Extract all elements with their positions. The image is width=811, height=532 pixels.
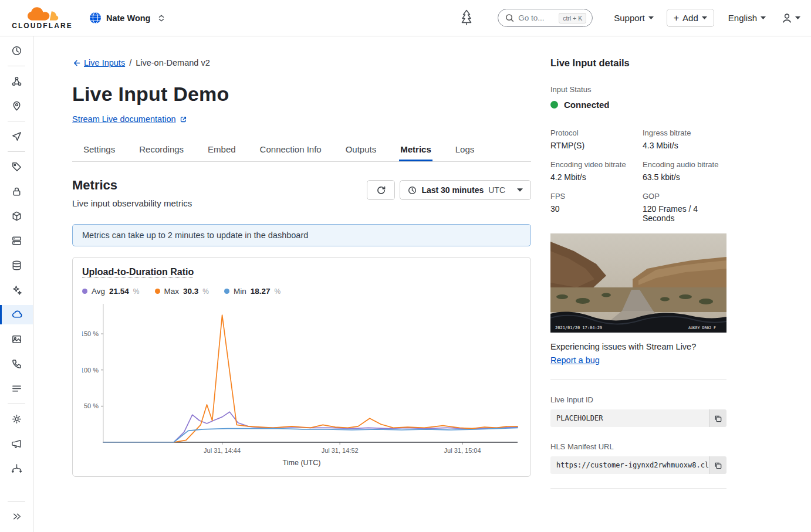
language-label: English	[728, 13, 757, 23]
legend-name: Max	[164, 287, 180, 296]
back-to-live-inputs-link[interactable]: Live Inputs	[72, 58, 125, 67]
cloudflare-logo[interactable]: CLOUDFLARE	[9, 6, 75, 30]
legend-dot-max	[155, 289, 160, 294]
field-label: FPS	[550, 192, 634, 201]
tab-recordings[interactable]: Recordings	[138, 138, 185, 161]
field-value: RTMP(S)	[550, 141, 634, 150]
location-pin-icon[interactable]	[7, 96, 26, 116]
network-icon[interactable]	[7, 72, 26, 91]
queues-icon[interactable]	[7, 379, 26, 398]
page-title: Live Input Demo	[72, 83, 531, 106]
field-value: 63.5 kbit/s	[643, 172, 726, 182]
chart-title: Upload-to-Duration Ratio	[82, 267, 194, 277]
lock-icon[interactable]	[7, 182, 26, 201]
refresh-button[interactable]	[367, 180, 395, 200]
meta-field: FPS 30	[550, 192, 634, 223]
clock-icon	[408, 186, 417, 195]
live-input-id-row: PLACEHOLDER	[550, 409, 726, 427]
back-arrow-icon	[72, 59, 81, 67]
images-icon[interactable]	[7, 330, 26, 349]
ai-sparkles-icon[interactable]	[7, 280, 26, 300]
tab-bar: Settings Recordings Embed Connection Inf…	[72, 138, 531, 162]
split-icon[interactable]	[7, 459, 26, 478]
hls-manifest-value: https://customer-igynxd2rwhmuoxw8.cloudf	[550, 456, 709, 474]
legend-name: Avg	[92, 287, 105, 296]
user-icon	[781, 12, 793, 24]
field-label: Encoding video bitrate	[550, 160, 634, 169]
account-switcher[interactable]: Nate Wong	[89, 12, 165, 24]
time-range-dropdown[interactable]: Last 30 minutes UTC	[400, 180, 531, 200]
search-shortcut-badge: ctrl + K	[559, 13, 586, 23]
top-header: CLOUDFLARE Nate Wong ctrl + K S	[0, 0, 811, 36]
tab-connection-info[interactable]: Connection Info	[259, 138, 323, 161]
clock-icon[interactable]	[7, 41, 26, 60]
legend-item-max: Max 30.3 %	[155, 287, 209, 296]
metrics-info-banner: Metrics can take up to 2 minutes to upda…	[72, 224, 531, 246]
legend-value: 21.54	[109, 287, 129, 296]
live-input-id-label: Live Input ID	[550, 395, 726, 404]
legend-item-min: Min 18.27 %	[224, 287, 281, 296]
meta-field: Ingress bitrate 4.3 Mbit/s	[643, 128, 726, 150]
stream-docs-label: Stream Live documentation	[72, 114, 176, 124]
collapse-sidebar-icon[interactable]	[7, 507, 26, 526]
navigation-icon[interactable]	[7, 127, 26, 146]
tag-icon[interactable]	[7, 157, 26, 177]
field-label: Encoding audio bitrate	[643, 160, 726, 169]
issues-text: Experiencing issues with Stream Live?	[550, 342, 726, 351]
meta-field: GOP 120 Frames / 4 Seconds	[643, 192, 726, 223]
support-menu[interactable]: Support	[614, 13, 654, 23]
search-input[interactable]	[518, 13, 555, 22]
settings-gear-icon[interactable]	[7, 409, 26, 429]
left-sidebar	[0, 36, 33, 532]
svg-text:Jul 31, 14:52: Jul 31, 14:52	[322, 447, 359, 454]
input-status-label: Input Status	[550, 85, 726, 94]
account-sort-icon	[157, 14, 165, 22]
globe-icon	[89, 12, 102, 24]
legend-item-avg: Avg 21.54 %	[82, 287, 140, 296]
database-icon[interactable]	[7, 256, 26, 275]
tab-metrics[interactable]: Metrics	[399, 138, 432, 161]
legend-unit: %	[275, 287, 281, 296]
legend-unit: %	[133, 287, 140, 296]
tab-embed[interactable]: Embed	[207, 138, 237, 161]
add-label: Add	[682, 13, 698, 23]
tab-outputs[interactable]: Outputs	[344, 138, 378, 161]
metrics-section-title: Metrics	[72, 178, 192, 193]
svg-text:50 %: 50 %	[84, 402, 99, 409]
dashcam-timestamp: 2021/01/20 17:04:29	[555, 326, 602, 330]
server-icon[interactable]	[7, 231, 26, 250]
tab-logs[interactable]: Logs	[454, 138, 476, 161]
sidebar-divider	[8, 501, 25, 501]
chevron-down-icon	[761, 16, 766, 19]
calls-icon[interactable]	[7, 354, 26, 374]
global-search[interactable]: ctrl + K	[498, 9, 593, 27]
status-badge: Connected	[564, 100, 610, 110]
hls-manifest-row: https://customer-igynxd2rwhmuoxw8.cloudf	[550, 456, 726, 474]
legend-dot-avg	[82, 289, 87, 294]
tree-icon	[459, 9, 474, 27]
external-link-icon	[180, 116, 187, 123]
stream-icon[interactable]	[0, 305, 33, 324]
chart-x-axis-title: Time (UTC)	[82, 459, 521, 469]
add-button[interactable]: + Add	[667, 9, 714, 27]
live-input-details-panel: Live Input details Input Status Connecte…	[550, 36, 726, 489]
video-preview[interactable]: 2021/01/20 17:04:29 AUKEY DR02 F	[550, 233, 726, 333]
cloudflare-wordmark: CLOUDFLARE	[12, 22, 73, 30]
upload-duration-chart: 50 %100 %150 %Jul 31, 14:44Jul 31, 14:52…	[82, 300, 521, 458]
package-icon[interactable]	[7, 206, 26, 226]
copy-hls-manifest-button[interactable]	[709, 456, 726, 474]
stream-docs-link[interactable]: Stream Live documentation	[72, 114, 187, 124]
chart-card: Upload-to-Duration Ratio Avg 21.54 % Max…	[72, 257, 531, 477]
feedback-megaphone-icon[interactable]	[7, 434, 26, 453]
svg-text:100 %: 100 %	[82, 367, 99, 374]
legend-name: Min	[234, 287, 246, 296]
language-menu[interactable]: English	[728, 13, 766, 23]
meta-field: Protocol RTMP(S)	[550, 128, 634, 150]
report-bug-link[interactable]: Report a bug	[550, 355, 600, 365]
tab-settings[interactable]: Settings	[82, 138, 116, 161]
user-menu[interactable]	[781, 12, 800, 24]
svg-text:150 %: 150 %	[82, 330, 99, 337]
field-value: 4.2 Mbit/s	[550, 172, 634, 182]
copy-live-input-id-button[interactable]	[709, 409, 726, 427]
chevron-down-icon	[795, 16, 800, 19]
